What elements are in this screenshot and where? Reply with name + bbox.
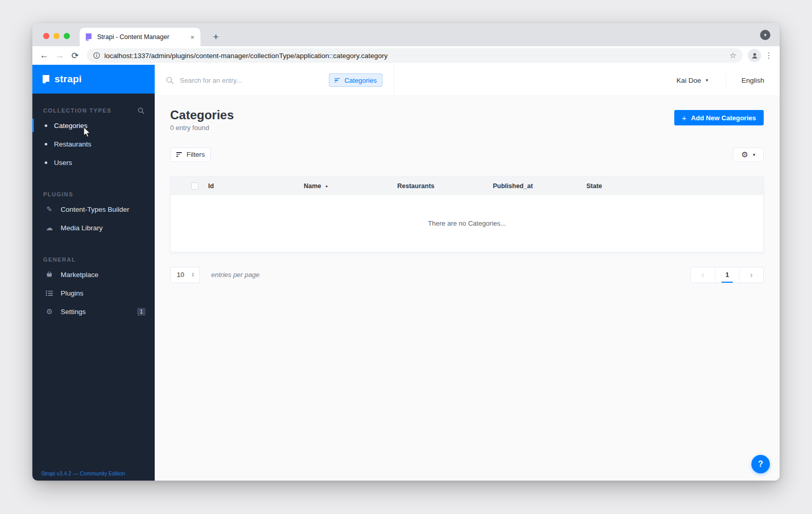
- app-header: Categories Kai Doe ▾ English: [155, 65, 780, 96]
- sidebar-item-label: Plugins: [61, 289, 83, 297]
- table-header-row: Id Name ▲ Restaurants Published_at: [171, 177, 763, 195]
- sidebar-item-marketplace[interactable]: Marketplace: [32, 265, 155, 284]
- view-settings-button[interactable]: ⚙ ▾: [733, 148, 764, 162]
- browser-user-avatar[interactable]: [748, 49, 761, 62]
- strapi-logo-icon: [41, 75, 50, 84]
- address-bar[interactable]: localhost:1337/admin/plugins/content-man…: [87, 48, 743, 63]
- traffic-lights: [43, 33, 70, 39]
- add-button-label: Add New Categories: [691, 114, 756, 122]
- empty-state-message: There are no Categories...: [428, 219, 506, 227]
- app-header-right: Kai Doe ▾ English: [659, 65, 780, 96]
- list-icon: [45, 290, 54, 297]
- previous-page-button[interactable]: ‹: [691, 267, 715, 283]
- main-area: Categories Kai Doe ▾ English Categories: [155, 65, 780, 481]
- reload-icon[interactable]: ⟳: [68, 49, 82, 62]
- gear-icon: ⚙: [45, 307, 54, 316]
- column-header-name[interactable]: Name ▲: [304, 182, 397, 190]
- pagination-row: 10 ▲ ▼ entries per page ‹ 1 ›: [170, 267, 764, 283]
- search-input[interactable]: [180, 77, 323, 84]
- browser-tab-strip: Strapi - Content Manager × + ▾: [32, 23, 780, 46]
- next-page-button[interactable]: ›: [739, 267, 763, 283]
- sidebar-item-media-library[interactable]: ☁ Media Library: [32, 218, 155, 237]
- bullet-icon: [45, 161, 47, 164]
- sidebar-item-label: Categories: [54, 122, 87, 130]
- sidebar-item-label: Content-Types Builder: [61, 206, 130, 213]
- close-window-button[interactable]: [43, 33, 49, 39]
- column-header-id[interactable]: Id: [208, 182, 304, 190]
- language-selector[interactable]: English: [726, 77, 780, 84]
- column-header-published-at[interactable]: Published_at: [493, 182, 586, 190]
- person-icon: [751, 52, 759, 60]
- page-title: Categories: [170, 108, 234, 122]
- page-content: Categories 0 entry found + Add New Categ…: [155, 96, 780, 481]
- entry-count: 0 entry found: [170, 124, 234, 132]
- strapi-logo[interactable]: strapi: [32, 65, 155, 94]
- page-title-block: Categories 0 entry found: [170, 108, 234, 132]
- search-collection-types-icon[interactable]: [138, 107, 144, 114]
- browser-profile-chevron-icon[interactable]: ▾: [760, 30, 770, 40]
- pagination-controls: ‹ 1 ›: [690, 267, 764, 283]
- tab-close-icon[interactable]: ×: [189, 33, 195, 41]
- filters-button[interactable]: Filters: [170, 148, 211, 162]
- sidebar-section-plugins: PLUGINS ✎ Content-Types Builder ☁ Media …: [32, 189, 155, 237]
- select-all-checkbox[interactable]: [191, 182, 198, 190]
- bullet-icon: [45, 124, 47, 127]
- sort-asc-icon: ▲: [325, 184, 328, 188]
- url-text: localhost:1337/admin/plugins/content-man…: [104, 52, 726, 60]
- tab-title: Strapi - Content Manager: [97, 33, 185, 41]
- bookmark-star-icon[interactable]: ☆: [730, 51, 736, 60]
- entries-table: Id Name ▲ Restaurants Published_at: [170, 176, 764, 252]
- maximize-window-button[interactable]: [64, 33, 70, 39]
- sidebar-item-label: Settings: [61, 308, 86, 316]
- sidebar-item-label: Marketplace: [61, 271, 99, 279]
- add-new-categories-button[interactable]: + Add New Categories: [674, 110, 764, 125]
- sidebar-section-general: GENERAL Marketplace Plugins ⚙ Settin: [32, 254, 155, 321]
- section-title: COLLECTION TYPES: [43, 107, 112, 114]
- basket-icon: [45, 271, 54, 278]
- new-tab-button[interactable]: +: [209, 30, 223, 44]
- cloud-upload-icon: ☁: [45, 224, 54, 232]
- sidebar-item-categories[interactable]: Categories: [32, 116, 155, 135]
- version-footer-link[interactable]: Strapi v3.4.2 — Community Edition: [41, 470, 125, 476]
- table-body: There are no Categories...: [171, 195, 763, 252]
- paintbrush-icon: ✎: [45, 205, 54, 213]
- chevron-down-icon: ▾: [706, 78, 708, 83]
- search-icon: [166, 77, 174, 84]
- entries-per-page-select[interactable]: 10 ▲ ▼: [170, 267, 200, 283]
- filter-icon: [335, 78, 340, 83]
- section-title: GENERAL: [43, 256, 76, 263]
- sidebar-item-content-types-builder[interactable]: ✎ Content-Types Builder: [32, 200, 155, 218]
- help-button[interactable]: ?: [751, 455, 770, 473]
- sidebar-item-label: Users: [54, 159, 72, 167]
- user-menu[interactable]: Kai Doe ▾: [659, 77, 726, 84]
- browser-menu-icon[interactable]: ⋮: [763, 51, 774, 60]
- gear-icon: ⚙: [742, 151, 748, 158]
- filters-label: Filters: [187, 151, 205, 158]
- select-all-cell: [171, 182, 208, 190]
- filter-icon: [176, 152, 182, 157]
- column-header-restaurants[interactable]: Restaurants: [397, 182, 493, 190]
- collection-filter-chip[interactable]: Categories: [329, 74, 382, 87]
- sidebar-item-label: Restaurants: [54, 140, 91, 148]
- column-header-state[interactable]: State: [586, 182, 763, 190]
- settings-badge: 1: [137, 308, 145, 316]
- per-page-value: 10: [177, 271, 191, 279]
- stepper-icon[interactable]: ▲ ▼: [191, 272, 195, 277]
- user-name: Kai Doe: [676, 77, 701, 84]
- chip-label: Categories: [344, 77, 377, 84]
- page-number-1[interactable]: 1: [715, 267, 739, 283]
- browser-toolbar: ← → ⟳ localhost:1337/admin/plugins/conte…: [32, 46, 780, 65]
- forward-icon[interactable]: →: [53, 49, 66, 62]
- sidebar-item-users[interactable]: Users: [32, 153, 155, 172]
- minimize-window-button[interactable]: [53, 33, 60, 39]
- sidebar-item-restaurants[interactable]: Restaurants: [32, 135, 155, 153]
- back-icon[interactable]: ←: [38, 49, 51, 62]
- strapi-admin: strapi COLLECTION TYPES Categories Resta…: [32, 65, 780, 481]
- sidebar-item-settings[interactable]: ⚙ Settings 1: [32, 302, 155, 321]
- site-info-icon[interactable]: [93, 52, 100, 59]
- chevron-down-icon: ▾: [753, 152, 755, 157]
- browser-tab[interactable]: Strapi - Content Manager ×: [80, 28, 200, 46]
- section-title: PLUGINS: [43, 191, 73, 197]
- per-page-label: entries per page: [211, 271, 260, 279]
- sidebar-item-plugins[interactable]: Plugins: [32, 284, 155, 302]
